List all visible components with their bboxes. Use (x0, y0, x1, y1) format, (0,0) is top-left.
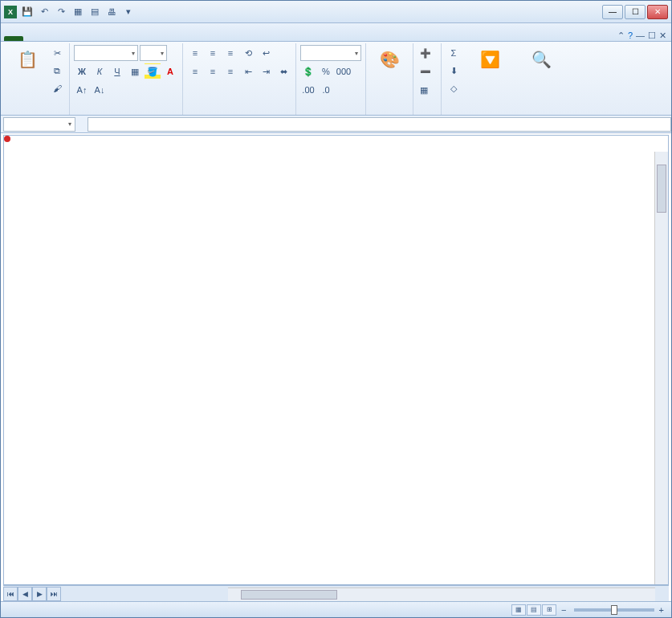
help-icon[interactable]: ? (628, 30, 633, 41)
group-number: ▾ 💲 % 000 .00 .0 (296, 43, 366, 115)
format-cells-button[interactable]: ▦ (417, 82, 434, 98)
sheet-tabs: ⏮ ◀ ▶ ⏭ (3, 585, 669, 601)
titlebar: X 💾 ↶ ↷ ▦ ▤ 🖶 ▾ — ☐ ✕ (1, 1, 671, 23)
percent-icon[interactable]: % (318, 63, 334, 79)
clipboard-icon: 📋 (14, 47, 40, 72)
font-name-combo[interactable]: ▾ (74, 45, 138, 61)
group-font: ▾ ▾ Ж К Ч ▦ 🪣 A A↑ A↓ (70, 43, 183, 115)
zoom-out-button[interactable]: − (559, 605, 569, 615)
delete-cells-button[interactable]: ➖ (417, 63, 437, 79)
grow-font-icon[interactable]: A↑ (74, 82, 90, 98)
orientation-icon[interactable]: ⟲ (240, 45, 256, 61)
align-bottom-icon[interactable]: ≡ (222, 45, 238, 61)
zoom-in-button[interactable]: + (659, 605, 666, 615)
zoom-slider[interactable] (574, 608, 654, 612)
paste-button[interactable]: 📋 (8, 45, 47, 74)
align-top-icon[interactable]: ≡ (187, 45, 203, 61)
group-alignment: ≡ ≡ ≡ ⟲ ↩ ≡ ≡ ≡ ⇤ ⇥ ⬌ (183, 43, 296, 115)
dec-decimal-icon[interactable]: .0 (318, 82, 334, 98)
group-editing: Σ ⬇ ◇ 🔽 🔍 (442, 43, 568, 115)
find-icon: 🔍 (528, 47, 554, 72)
ribbon-tabs: ⌃ ? — ☐ ✕ (1, 23, 671, 42)
selection-highlight (4, 136, 10, 142)
align-left-icon[interactable]: ≡ (187, 63, 203, 79)
close-button[interactable]: ✕ (647, 5, 668, 19)
group-styles: 🎨 (366, 43, 413, 115)
group-clipboard: 📋 ✂ ⧉ 🖌 (4, 43, 70, 115)
undo-icon[interactable]: ↶ (37, 5, 51, 19)
name-box[interactable]: ▾ (3, 117, 75, 132)
group-cells: ➕ ➖ ▦ (413, 43, 442, 115)
minimize-ribbon-icon[interactable]: ⌃ (617, 30, 625, 41)
copy-icon[interactable]: ⧉ (49, 63, 65, 79)
save-icon[interactable]: 💾 (20, 5, 35, 19)
sort-filter-button[interactable]: 🔽 (464, 45, 515, 74)
formula-bar: ▾ (1, 116, 671, 133)
styles-icon: 🎨 (377, 47, 402, 72)
autosum-icon[interactable]: Σ (446, 45, 462, 61)
worksheet-grid[interactable] (3, 135, 669, 585)
app-icon: X (4, 6, 17, 18)
win-min-icon[interactable]: — (636, 30, 645, 41)
win-close-icon[interactable]: ✕ (659, 30, 666, 41)
sheet-nav-last-icon[interactable]: ⏭ (47, 587, 61, 601)
clear-icon[interactable]: ◇ (446, 80, 462, 96)
ribbon: 📋 ✂ ⧉ 🖌 ▾ ▾ Ж К Ч ▦ 🪣 A (1, 42, 671, 116)
align-middle-icon[interactable]: ≡ (205, 45, 221, 61)
styles-button[interactable]: 🎨 (370, 45, 409, 74)
font-size-combo[interactable]: ▾ (140, 45, 167, 61)
bold-button[interactable]: Ж (74, 63, 90, 79)
underline-button[interactable]: Ч (109, 63, 125, 79)
increase-indent-icon[interactable]: ⇥ (258, 63, 274, 79)
cut-icon[interactable]: ✂ (49, 45, 65, 61)
file-tab[interactable] (4, 36, 23, 41)
fill-icon[interactable]: ⬇ (446, 63, 462, 79)
sheet-nav-first-icon[interactable]: ⏮ (3, 587, 18, 601)
font-color-button[interactable]: A (162, 63, 178, 79)
sheet-nav-prev-icon[interactable]: ◀ (18, 587, 32, 601)
view-normal-icon[interactable]: ▦ (511, 604, 526, 616)
qat-icon[interactable]: 🖶 (104, 5, 119, 19)
minimize-button[interactable]: — (602, 5, 623, 19)
decrease-indent-icon[interactable]: ⇤ (240, 63, 256, 79)
shrink-font-icon[interactable]: A↓ (92, 82, 108, 98)
italic-button[interactable]: К (92, 63, 108, 79)
format-painter-icon[interactable]: 🖌 (49, 80, 65, 96)
qat-icon[interactable]: ▤ (88, 5, 102, 19)
merge-icon[interactable]: ⬌ (275, 63, 291, 79)
border-button[interactable]: ▦ (127, 63, 143, 79)
formula-input[interactable] (88, 117, 671, 132)
qat-icon[interactable]: ▦ (71, 5, 85, 19)
quick-access-toolbar: 💾 ↶ ↷ ▦ ▤ 🖶 ▾ (20, 5, 136, 19)
view-layout-icon[interactable]: ▤ (527, 604, 541, 616)
number-format-combo[interactable]: ▾ (300, 45, 361, 61)
sheet-nav-next-icon[interactable]: ▶ (32, 587, 47, 601)
win-restore-icon[interactable]: ☐ (648, 30, 656, 41)
currency-icon[interactable]: 💲 (300, 63, 316, 79)
delete-icon: ➖ (420, 67, 431, 77)
wrap-text-icon[interactable]: ↩ (258, 45, 274, 61)
view-break-icon[interactable]: ⊞ (542, 604, 556, 616)
insert-icon: ➕ (420, 48, 431, 59)
sort-icon: 🔽 (477, 47, 503, 72)
redo-icon[interactable]: ↷ (54, 5, 68, 19)
find-select-button[interactable]: 🔍 (518, 45, 564, 74)
scrollbar-horizontal[interactable] (228, 588, 655, 601)
qat-more-icon[interactable]: ▾ (121, 5, 136, 19)
inc-decimal-icon[interactable]: .00 (300, 82, 316, 98)
align-right-icon[interactable]: ≡ (222, 63, 238, 79)
comma-icon[interactable]: 000 (336, 63, 352, 79)
maximize-button[interactable]: ☐ (625, 5, 646, 19)
scrollbar-vertical[interactable] (654, 152, 668, 584)
fill-color-button[interactable]: 🪣 (145, 63, 161, 79)
format-icon: ▦ (420, 85, 428, 96)
status-bar: ▦ ▤ ⊞ − + (1, 601, 671, 617)
insert-cells-button[interactable]: ➕ (417, 45, 437, 61)
align-center-icon[interactable]: ≡ (205, 63, 221, 79)
